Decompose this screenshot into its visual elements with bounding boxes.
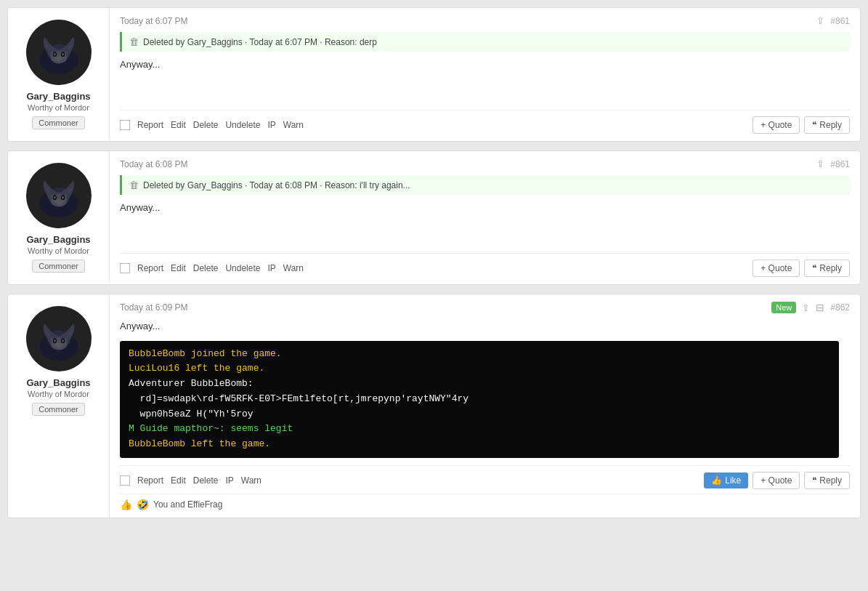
reactions-bar: 👍 🤣 You and EffieFrag: [120, 494, 850, 510]
post-3-timestamp: Today at 6:09 PM: [120, 302, 187, 313]
post-2-actions-left: Report Edit Delete Undelete IP Warn: [120, 263, 304, 273]
post-2-actions-right: + Quote ❝ Reply: [753, 260, 850, 277]
bookmark-icon[interactable]: ⊟: [816, 302, 824, 313]
post-1: Gary_Baggins Worthy of Mordor Commoner T…: [7, 7, 861, 142]
warn-link-3[interactable]: Warn: [241, 475, 261, 486]
share-icon[interactable]: ⇧: [816, 15, 824, 26]
game-line-7: BubbleBomb left the game.: [129, 437, 830, 452]
game-screenshot: BubbleBomb joined the game. LuciLou16 le…: [120, 341, 839, 459]
post-2-timestamp: Today at 6:08 PM: [120, 159, 187, 169]
post-2: Gary_Baggins Worthy of Mordor Commoner T…: [7, 150, 861, 285]
edit-link-2[interactable]: Edit: [171, 263, 186, 273]
like-button-3[interactable]: 👍 Like: [704, 473, 748, 489]
user-title: Worthy of Mordor: [28, 246, 89, 255]
user-badge: Commoner: [32, 260, 84, 273]
avatar: [26, 20, 92, 85]
ip-link-1[interactable]: IP: [267, 120, 275, 130]
post-1-actions-right: + Quote ❝ Reply: [753, 116, 850, 134]
warn-link-2[interactable]: Warn: [283, 263, 304, 273]
quote-button-2[interactable]: + Quote: [753, 260, 800, 277]
ip-link-3[interactable]: IP: [225, 475, 233, 486]
user-title: Worthy of Mordor: [28, 103, 89, 112]
reply-button-2[interactable]: ❝ Reply: [804, 260, 850, 277]
deleted-notice-2: 🗑 Deleted by Gary_Baggins · Today at 6:0…: [120, 175, 850, 195]
post-1-content: Today at 6:07 PM ⇧ #861 🗑 Deleted by Gar…: [110, 8, 860, 141]
post-3-sidebar: Gary_Baggins Worthy of Mordor Commoner: [8, 294, 110, 518]
post-3-actions: Report Edit Delete IP Warn 👍 Like + Quot…: [120, 465, 850, 489]
post-2-content: Today at 6:08 PM ⇧ #861 🗑 Deleted by Gar…: [110, 151, 860, 284]
svg-point-19: [54, 339, 56, 342]
game-line-2: LuciLou16 left the game.: [129, 361, 830, 377]
delete-link-2[interactable]: Delete: [193, 263, 219, 273]
edit-link-1[interactable]: Edit: [171, 120, 186, 130]
like-icon: 👍: [711, 475, 722, 486]
delete-link-3[interactable]: Delete: [193, 475, 219, 486]
post-1-number: #861: [830, 16, 850, 26]
post-1-sidebar: Gary_Baggins Worthy of Mordor Commoner: [8, 8, 110, 141]
post-2-checkbox[interactable]: [120, 263, 130, 273]
reply-button-1[interactable]: ❝ Reply: [804, 116, 850, 134]
post-2-sidebar: Gary_Baggins Worthy of Mordor Commoner: [8, 151, 110, 284]
game-line-4: rd]=swdapk\rd-fW5RFK-E0T>FEmtlfeto[rt,jm…: [129, 392, 830, 407]
post-2-body: Anyway...: [120, 201, 850, 215]
reaction-thumbsup: 👍: [120, 499, 132, 510]
deleted-text-2: Deleted by Gary_Baggins · Today at 6:08 …: [143, 180, 410, 190]
share-icon-3[interactable]: ⇧: [802, 302, 810, 313]
svg-point-6: [62, 53, 64, 56]
post-3-meta-right: New ⇧ ⊟ #862: [771, 302, 850, 313]
svg-point-13: [62, 196, 64, 199]
reactions-text: You and EffieFrag: [153, 499, 222, 510]
reaction-laugh: 🤣: [137, 499, 149, 510]
post-1-header: Today at 6:07 PM ⇧ #861: [120, 15, 850, 26]
game-line-1: BubbleBomb joined the game.: [129, 347, 830, 362]
game-line-3: Adventurer BubbleBomb:: [129, 377, 830, 392]
post-3-actions-right: 👍 Like + Quote ❝ Reply: [704, 472, 850, 489]
post-2-number: #861: [830, 159, 850, 169]
post-1-timestamp: Today at 6:07 PM: [120, 16, 187, 26]
reply-icon-2: ❝: [812, 263, 816, 273]
user-title: Worthy of Mordor: [28, 390, 89, 398]
reply-icon-3: ❝: [812, 475, 816, 486]
trash-icon-2: 🗑: [129, 180, 139, 190]
post-2-header: Today at 6:08 PM ⇧ #861: [120, 158, 850, 169]
post-3: Gary_Baggins Worthy of Mordor Commoner T…: [7, 294, 861, 518]
quote-button-1[interactable]: + Quote: [753, 116, 800, 134]
ip-link-2[interactable]: IP: [267, 263, 275, 273]
report-link-3[interactable]: Report: [137, 475, 163, 486]
user-badge: Commoner: [32, 116, 84, 129]
deleted-text-1: Deleted by Gary_Baggins · Today at 6:07 …: [143, 37, 377, 47]
warn-link-1[interactable]: Warn: [283, 120, 304, 130]
post-3-content: Today at 6:09 PM New ⇧ ⊟ #862 Anyway... …: [110, 294, 860, 518]
report-link-2[interactable]: Report: [137, 263, 163, 273]
reply-button-3[interactable]: ❝ Reply: [804, 472, 850, 489]
post-1-meta-right: ⇧ #861: [816, 15, 850, 26]
new-badge: New: [771, 302, 796, 313]
post-2-actions: Report Edit Delete Undelete IP Warn + Qu…: [120, 253, 850, 277]
username: Gary_Baggins: [26, 234, 90, 245]
username: Gary_Baggins: [26, 91, 90, 102]
post-3-number: #862: [830, 302, 850, 313]
undelete-link-2[interactable]: Undelete: [225, 263, 260, 273]
post-1-actions-left: Report Edit Delete Undelete IP Warn: [120, 120, 304, 130]
delete-link-1[interactable]: Delete: [193, 120, 219, 130]
reply-icon-1: ❝: [812, 120, 816, 130]
post-3-actions-left: Report Edit Delete IP Warn: [120, 475, 261, 486]
avatar: [26, 163, 92, 228]
post-3-body: Anyway...: [120, 319, 850, 334]
post-1-checkbox[interactable]: [120, 120, 130, 130]
game-line-6: M Guide mapthor~: seems legit: [129, 422, 830, 437]
undelete-link-1[interactable]: Undelete: [225, 120, 260, 130]
quote-button-3[interactable]: + Quote: [753, 472, 800, 489]
user-badge: Commoner: [32, 403, 84, 416]
svg-point-5: [54, 53, 56, 56]
game-line-5: wpn0h5eaZ H("Yh'5roy: [129, 407, 830, 422]
report-link-1[interactable]: Report: [137, 120, 163, 130]
share-icon-2[interactable]: ⇧: [816, 158, 824, 169]
post-1-actions: Report Edit Delete Undelete IP Warn + Qu…: [120, 110, 850, 134]
post-2-meta-right: ⇧ #861: [816, 158, 850, 169]
post-3-checkbox[interactable]: [120, 475, 130, 486]
avatar: [26, 306, 92, 371]
edit-link-3[interactable]: Edit: [171, 475, 186, 486]
post-1-body: Anyway...: [120, 57, 850, 72]
trash-icon: 🗑: [129, 36, 139, 47]
